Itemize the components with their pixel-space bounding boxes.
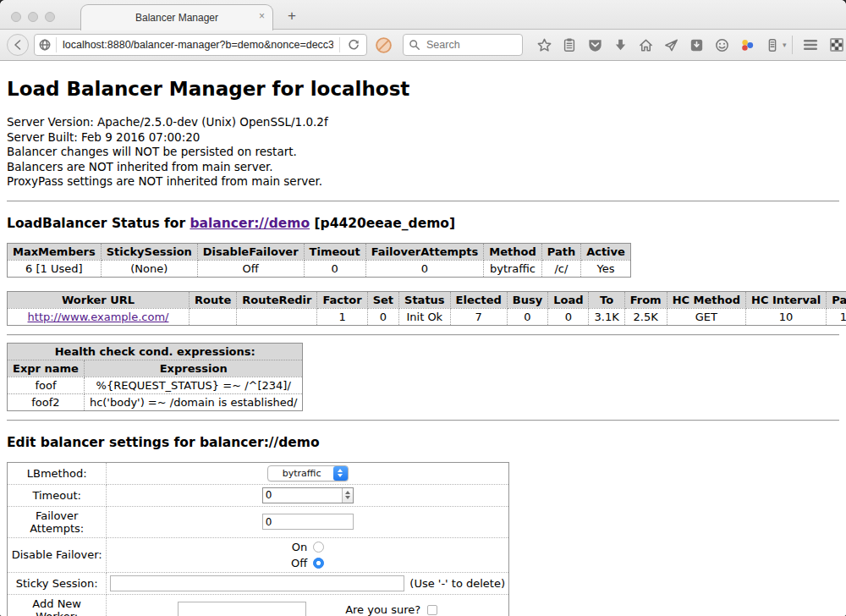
hamburger-icon [802,38,819,52]
back-button[interactable] [7,34,29,56]
add-worker-input[interactable] [178,602,306,616]
radio-off-label: Off [291,557,307,569]
pocket-icon [587,37,603,53]
failover-attempts-label: Failover Attempts: [8,506,107,537]
server-info: Server Version: Apache/2.5.0-dev (Unix) … [7,115,839,190]
table-row: http://www.example.com/ 1 0 Init Ok 7 0 … [8,308,846,325]
color-dots-icon [739,37,755,53]
table-cell: 1 [317,308,367,325]
column-header: Method [484,243,541,260]
timeout-input[interactable] [263,488,342,503]
select-stepper-icon [333,466,348,481]
color-dots-extension-button[interactable] [734,33,760,57]
radio-off[interactable] [313,558,324,569]
lbmethod-select[interactable]: bytraffic [267,465,349,481]
divider [7,334,839,336]
add-worker-label: Add New Worker: [8,594,107,616]
column-header: FailoverAttempts [365,243,484,260]
page-content: Load Balancer Manager for localhost Serv… [0,61,846,616]
menu-button[interactable] [797,33,824,57]
column-header: Active [581,243,631,260]
reload-button[interactable] [344,36,363,54]
column-header: Expr name [8,360,85,377]
toolbar-right-cluster [788,33,846,57]
chevron-down-icon[interactable]: ▾ [783,41,787,49]
url-bar[interactable] [34,34,367,56]
status-heading-prefix: LoadBalancer Status for [7,216,190,231]
zoom-window-button[interactable] [45,12,55,22]
table-cell: GET [667,308,745,325]
reading-list-button[interactable] [557,33,582,57]
download-arrow-icon [613,37,629,53]
pocket-button[interactable] [582,33,607,57]
column-header: Factor [317,291,367,308]
home-icon [638,37,654,53]
status-heading-suffix: [p4420eeae_demo] [310,216,455,231]
close-window-button[interactable] [11,12,21,22]
failover-attempts-input[interactable] [262,514,354,530]
number-spinner-icon[interactable] [342,488,353,503]
are-you-sure-checkbox[interactable] [427,605,437,615]
form-row-timeout: Timeout: [8,484,509,506]
blocked-icon [375,36,393,54]
table-cell: 3.1K [589,308,624,325]
column-header: From [624,291,667,308]
window-controls [11,12,55,22]
column-header: Passes [827,291,846,308]
worker-url-link[interactable]: http://www.example.com/ [28,311,169,323]
table-cell: http://www.example.com/ [8,308,190,325]
container-extension-button[interactable] [760,33,785,57]
form-row-failover-attempts: Failover Attempts: [8,506,509,537]
table-cell: 0 [367,308,398,325]
form-row-disable-failover: Disable Failover: On Off [8,537,509,572]
content-blocked-button[interactable] [373,35,394,56]
sticky-session-input[interactable] [110,575,404,591]
divider [7,420,839,421]
column-header: Expression [84,360,303,377]
column-header: To [589,291,624,308]
column-header: Timeout [304,243,365,260]
search-bar[interactable] [403,34,523,56]
table-cell: %{REQUEST_STATUS} =~ /^[234]/ [84,377,303,393]
proxypass-note-line: ProxyPass settings are NOT inherited fro… [7,174,839,190]
sticky-session-note: (Use '-' to delete) [404,577,505,590]
save-to-device-button[interactable] [684,33,709,57]
lbmethod-label: LBmethod: [8,462,107,484]
table-cell: Yes [581,260,631,277]
new-tab-button[interactable]: + [283,7,301,25]
grid-extension-button[interactable] [824,33,846,57]
minimize-window-button[interactable] [28,12,38,22]
url-input[interactable] [61,38,335,52]
send-button[interactable] [658,33,684,57]
table-row: foof2 hc('body') =~ /domain is establish… [8,393,303,410]
reload-icon [347,38,360,52]
table-header-row: Health check cond. expressions: [8,343,303,360]
column-header: HC Method [667,291,745,308]
timeout-label: Timeout: [8,484,107,506]
form-row-lbmethod: LBmethod: bytraffic [8,462,509,484]
page-title: Load Balancer Manager for localhost [7,78,839,100]
table-cell: 0 [365,260,484,277]
bookmark-star-button[interactable] [531,33,557,57]
radio-on[interactable] [313,542,324,553]
downloads-button[interactable] [607,33,633,57]
table-cell: foof [8,377,85,393]
search-input[interactable] [425,38,509,52]
table-cell: bytraffic [484,260,541,277]
urlbar-divider [56,37,57,52]
home-button[interactable] [633,33,658,57]
clipboard-icon [562,37,577,52]
table-cell: hc('body') =~ /domain is established/ [84,393,303,410]
tab-close-icon[interactable]: × [259,11,265,21]
table-cell: (None) [101,260,197,277]
server-built-line: Server Built: Feb 9 2016 07:00:20 [7,130,839,146]
chat-button[interactable] [709,33,734,57]
column-header: StickySession [101,243,197,260]
radio-on-label: On [292,541,307,553]
table-cell: Init Ok [399,308,451,325]
column-header: Path [541,243,580,260]
tab-balancer-manager[interactable]: Balancer Manager × [80,4,273,30]
balancer-demo-link[interactable]: balancer://demo [190,216,310,231]
are-you-sure-label: Are you sure? [345,603,420,616]
table-cell: 0 [507,308,547,325]
